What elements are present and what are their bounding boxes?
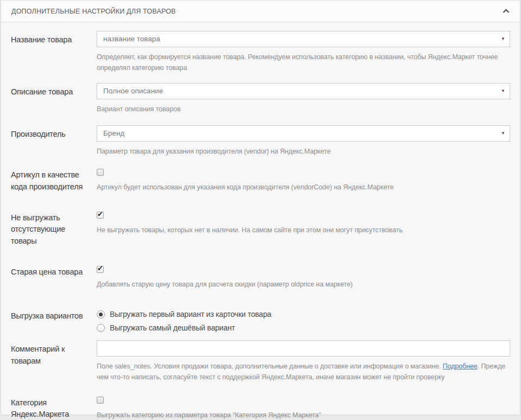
field-label: Описание товара — [11, 83, 97, 114]
chevron-up-icon — [503, 9, 510, 14]
row-sales-notes: Комментарий к товарам Поле sales_notes. … — [11, 340, 510, 383]
field-help: Не выгружать товары, которых нет в налич… — [97, 225, 510, 236]
help-text-before-link: Поле sales_notes. Условия продажи товара… — [97, 362, 443, 370]
row-market-category: Категория Яндекс.Маркета Выгружать катег… — [11, 394, 510, 420]
radio-option-first-variant[interactable]: Выгружать первый вариант из карточки тов… — [97, 310, 510, 319]
radio-option-label: Выгружать самый дешёвый вариант — [110, 323, 235, 332]
radio-option-cheapest-variant[interactable]: Выгружать самый дешёвый вариант — [97, 323, 510, 332]
settings-form: Название товара название товара ▼ Опреде… — [1, 22, 520, 420]
panel-title: ДОПОЛНИТЕЛЬНЫЕ НАСТРОЙКИ ДЛЯ ТОВАРОВ — [11, 8, 176, 15]
field-label: Название товара — [11, 31, 97, 74]
panel-header[interactable]: ДОПОЛНИТЕЛЬНЫЕ НАСТРОЙКИ ДЛЯ ТОВАРОВ — [1, 1, 520, 22]
skip-absent-checkbox[interactable] — [97, 212, 104, 219]
field-label: Категория Яндекс.Маркета — [11, 394, 97, 420]
radio-cheapest-variant[interactable] — [97, 324, 105, 332]
row-product-name: Название товара название товара ▼ Опреде… — [11, 31, 510, 74]
product-name-select[interactable]: название товара ▼ — [97, 31, 510, 47]
field-label: Производитель — [11, 125, 97, 157]
radio-option-label: Выгружать первый вариант из карточки тов… — [110, 310, 271, 319]
additional-product-settings-panel: ДОПОЛНИТЕЛЬНЫЕ НАСТРОЙКИ ДЛЯ ТОВАРОВ Наз… — [1, 0, 520, 415]
row-vendor: Производитель Бренд ▼ Параметр товара дл… — [11, 125, 510, 157]
field-help: Выгружать категорию из параметра товара … — [97, 410, 510, 420]
field-help: Добавлять старую цену товара для расчета… — [97, 279, 510, 290]
vendor-select[interactable]: Бренд ▼ — [97, 125, 510, 142]
description-select[interactable]: Полное описание ▼ — [97, 83, 510, 99]
oldprice-checkbox[interactable] — [97, 266, 104, 273]
row-description: Описание товара Полное описание ▼ Вариан… — [11, 83, 510, 114]
field-help: Параметр товара для указания производите… — [97, 146, 510, 157]
product-name-select-value[interactable]: название товара — [97, 31, 510, 47]
row-old-price: Старая цена товара Добавлять старую цену… — [11, 263, 510, 290]
radio-first-variant[interactable] — [97, 310, 105, 319]
field-label: Комментарий к товарам — [11, 340, 97, 383]
vendor-code-checkbox[interactable] — [97, 169, 104, 176]
field-help: Определяет, как формируется название тов… — [97, 52, 510, 74]
row-vendor-code: Артикул в качестве кода производителя Ар… — [11, 166, 510, 193]
field-help: Поле sales_notes. Условия продажи товара… — [97, 361, 510, 383]
field-label: Старая цена товара — [11, 263, 97, 290]
collapse-button[interactable] — [503, 9, 510, 14]
field-help: Артикул будет использован для указания к… — [97, 182, 510, 193]
row-variants-export: Выгрузка вариантов Выгружать первый вари… — [11, 307, 510, 337]
market-category-checkbox[interactable] — [97, 397, 104, 404]
sales-notes-input[interactable] — [97, 340, 510, 357]
description-select-value[interactable]: Полное описание — [97, 83, 510, 99]
row-skip-absent: Не выгружать отсутствующие товары Не выг… — [11, 209, 510, 247]
podrobnee-link[interactable]: Подробнее — [443, 362, 478, 370]
field-label: Не выгружать отсутствующие товары — [11, 209, 97, 247]
field-help: Вариант описания товаров — [97, 104, 510, 114]
vendor-select-value[interactable]: Бренд — [97, 125, 510, 142]
field-label: Выгрузка вариантов — [11, 307, 97, 337]
field-label: Артикул в качестве кода производителя — [11, 166, 97, 193]
